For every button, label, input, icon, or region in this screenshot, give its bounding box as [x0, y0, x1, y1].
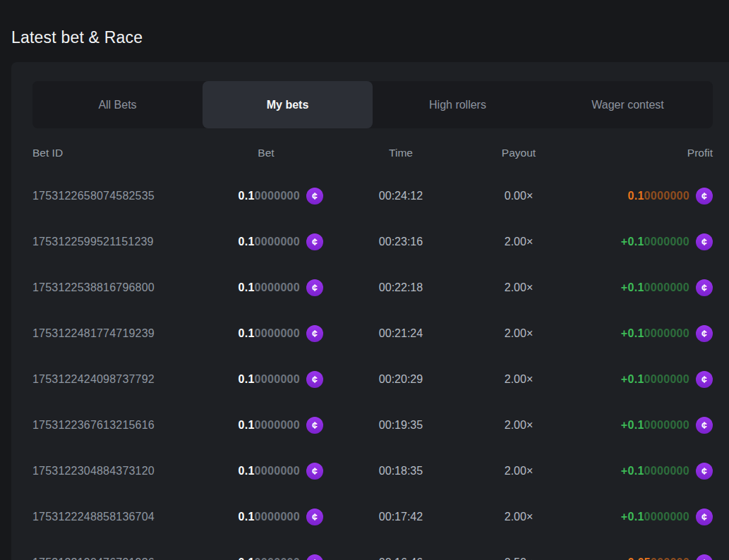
bet-amount: 0.10000000 — [238, 236, 300, 248]
bet-id: 1753122367613215616 — [32, 419, 209, 432]
bet-time: 00:20:29 — [323, 373, 478, 386]
coin-icon: ¢ — [306, 188, 323, 205]
header-payout: Payout — [478, 147, 584, 159]
bets-tabbar: All Bets My bets High rollers Wager cont… — [32, 81, 713, 128]
bet-profit-cell: +0.10000000 ¢ — [584, 509, 713, 525]
bet-time: 00:22:18 — [323, 281, 478, 294]
bet-id: 1753122658074582535 — [32, 190, 209, 202]
bet-profit: +0.10000000 — [621, 281, 689, 294]
bet-amount-cell: 0.10000000 ¢ — [209, 325, 323, 342]
table-row[interactable]: 1753122599521151239 0.10000000 ¢ 00:23:1… — [32, 219, 713, 264]
bet-amount-cell: 0.10000000 ¢ — [209, 417, 323, 434]
bet-profit: +0.10000000 — [621, 465, 689, 477]
bet-rows: 1753122658074582535 0.10000000 ¢ 00:24:1… — [32, 173, 713, 560]
bet-time: 00:24:12 — [323, 190, 478, 202]
bet-payout: 0.50× — [478, 556, 584, 560]
bet-profit-cell: 0.05000000 ¢ — [584, 554, 713, 560]
table-row[interactable]: 1753122367613215616 0.10000000 ¢ 00:19:3… — [32, 402, 713, 448]
bet-profit: +0.10000000 — [621, 236, 689, 248]
coin-icon: ¢ — [696, 463, 713, 480]
bet-amount: 0.10000000 — [238, 511, 300, 523]
bet-profit-cell: +0.10000000 ¢ — [584, 463, 713, 480]
bet-id: 1753122248858136704 — [32, 511, 209, 523]
bet-payout: 2.00× — [478, 511, 584, 523]
tab-my-bets[interactable]: My bets — [203, 81, 373, 128]
tab-all-bets[interactable]: All Bets — [32, 81, 203, 128]
coin-icon: ¢ — [306, 371, 323, 388]
bet-time: 00:23:16 — [323, 236, 478, 248]
bet-amount: 0.10000000 — [238, 281, 300, 294]
bet-id: 1753122599521151239 — [32, 236, 209, 248]
bet-amount-cell: 0.10000000 ¢ — [209, 279, 323, 296]
bet-amount-cell: 0.10000000 ¢ — [209, 463, 323, 480]
table-row[interactable]: 1753122248858136704 0.10000000 ¢ 00:17:4… — [32, 494, 713, 540]
table-row[interactable]: 1753122424098737792 0.10000000 ¢ 00:20:2… — [32, 356, 713, 402]
bet-time: 00:19:35 — [323, 419, 478, 432]
bet-id: 1753122424098737792 — [32, 373, 209, 386]
coin-icon: ¢ — [696, 554, 713, 560]
coin-icon: ¢ — [696, 371, 713, 388]
coin-icon: ¢ — [696, 417, 713, 434]
bet-profit-cell: +0.10000000 ¢ — [584, 279, 713, 296]
coin-icon: ¢ — [696, 325, 713, 342]
table-row[interactable]: 1753122538816796800 0.10000000 ¢ 00:22:1… — [32, 264, 713, 310]
bet-amount-cell: 0.10000000 ¢ — [209, 554, 323, 560]
bet-time: 00:18:35 — [323, 465, 478, 477]
bet-amount-cell: 0.10000000 ¢ — [209, 509, 323, 525]
coin-icon: ¢ — [696, 509, 713, 525]
bet-amount: 0.10000000 — [238, 327, 300, 340]
coin-icon: ¢ — [306, 325, 323, 342]
tab-high-rollers[interactable]: High rollers — [373, 81, 543, 128]
bet-payout: 2.00× — [478, 236, 584, 248]
table-header-row: Bet ID Bet Time Payout Profit — [32, 138, 713, 169]
bet-time: 00:16:46 — [323, 556, 478, 560]
bet-payout: 0.00× — [478, 190, 584, 202]
bet-profit: +0.10000000 — [621, 373, 689, 386]
bet-profit-cell: +0.10000000 ¢ — [584, 233, 713, 250]
bet-payout: 2.00× — [478, 419, 584, 432]
coin-icon: ¢ — [306, 463, 323, 480]
bet-profit: +0.10000000 — [621, 327, 689, 340]
header-bet-id: Bet ID — [32, 147, 209, 159]
bet-profit-cell: 0.10000000 ¢ — [584, 188, 713, 205]
table-row[interactable]: 1753122658074582535 0.10000000 ¢ 00:24:1… — [32, 173, 713, 219]
bet-profit-cell: +0.10000000 ¢ — [584, 417, 713, 434]
coin-icon: ¢ — [696, 279, 713, 296]
bet-payout: 2.00× — [478, 281, 584, 294]
bet-time: 00:17:42 — [323, 511, 478, 523]
tab-wager-contest[interactable]: Wager contest — [543, 81, 713, 128]
bet-time: 00:21:24 — [323, 327, 478, 340]
bet-amount-cell: 0.10000000 ¢ — [209, 188, 323, 205]
bet-amount: 0.10000000 — [238, 190, 300, 202]
coin-icon: ¢ — [306, 554, 323, 560]
bet-profit-cell: +0.10000000 ¢ — [584, 325, 713, 342]
coin-icon: ¢ — [306, 233, 323, 250]
coin-icon: ¢ — [306, 417, 323, 434]
bet-amount-cell: 0.10000000 ¢ — [209, 371, 323, 388]
page-title: Latest bet & Race — [11, 28, 143, 47]
bet-id: 1753122538816796800 — [32, 281, 209, 294]
bet-profit: +0.10000000 — [621, 511, 689, 523]
bet-profit: +0.10000000 — [621, 419, 689, 432]
coin-icon: ¢ — [306, 279, 323, 296]
bet-payout: 2.00× — [478, 327, 584, 340]
table-row[interactable]: 1753122190476791936 0.10000000 ¢ 00:16:4… — [32, 540, 713, 560]
table-row[interactable]: 1753122481774719239 0.10000000 ¢ 00:21:2… — [32, 310, 713, 356]
table-row[interactable]: 1753122304884373120 0.10000000 ¢ 00:18:3… — [32, 448, 713, 494]
bet-amount: 0.10000000 — [238, 556, 300, 560]
bet-payout: 2.00× — [478, 373, 584, 386]
header-bet: Bet — [209, 147, 323, 159]
bet-amount-cell: 0.10000000 ¢ — [209, 233, 323, 250]
bet-profit: 0.10000000 — [627, 190, 689, 202]
coin-icon: ¢ — [696, 188, 713, 205]
latest-bets-panel: All Bets My bets High rollers Wager cont… — [11, 62, 729, 560]
bet-profit-cell: +0.10000000 ¢ — [584, 371, 713, 388]
bet-amount: 0.10000000 — [238, 373, 300, 386]
header-profit: Profit — [584, 147, 713, 159]
bet-id: 1753122481774719239 — [32, 327, 209, 340]
bet-id: 1753122304884373120 — [32, 465, 209, 477]
coin-icon: ¢ — [306, 509, 323, 525]
header-time: Time — [323, 147, 478, 159]
bet-amount: 0.10000000 — [238, 419, 300, 432]
coin-icon: ¢ — [696, 233, 713, 250]
